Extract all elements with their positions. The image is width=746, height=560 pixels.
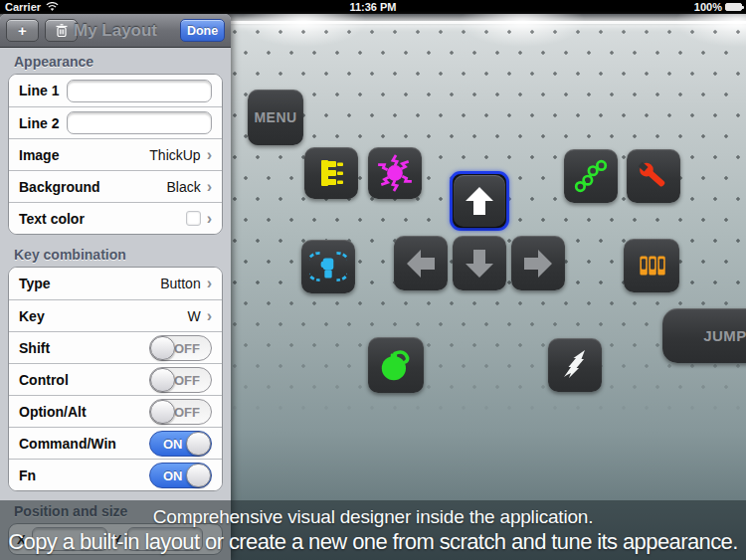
command-win-label: Command/Win bbox=[19, 436, 116, 452]
shift-toggle[interactable]: OFF bbox=[149, 335, 212, 361]
lightning-icon bbox=[557, 347, 593, 383]
toggle-knob bbox=[150, 368, 175, 392]
text-color-label: Text color bbox=[19, 211, 85, 227]
canvas-button-magazines[interactable] bbox=[624, 239, 679, 292]
fn-label: Fn bbox=[19, 467, 36, 483]
row-text-color[interactable]: Text color › bbox=[9, 202, 222, 234]
spike-ball-icon bbox=[376, 154, 414, 192]
row-option-alt: Option/Alt OFF bbox=[9, 395, 222, 427]
arrow-left-icon bbox=[404, 247, 438, 280]
chevron-right-icon: › bbox=[207, 147, 212, 163]
canvas-button-arrow-left[interactable] bbox=[394, 236, 448, 290]
arrow-up-button[interactable] bbox=[454, 175, 505, 227]
line1-label: Line 1 bbox=[19, 83, 59, 98]
row-key[interactable]: Key W › bbox=[9, 299, 222, 331]
triple-plug-icon bbox=[313, 155, 349, 191]
caption-line2: Copy a built-in layout or create a new o… bbox=[8, 529, 737, 555]
caption-line1: Comprehensive visual designer inside the… bbox=[153, 506, 594, 528]
key-value: W bbox=[187, 308, 200, 324]
chevron-right-icon: › bbox=[207, 276, 212, 291]
trash-icon bbox=[56, 24, 68, 37]
toggle-knob bbox=[186, 432, 211, 456]
status-bar: Carrier 11:36 PM 100% bbox=[0, 0, 746, 14]
canvas-button-lightning[interactable] bbox=[548, 338, 602, 392]
arrow-right-icon bbox=[521, 247, 555, 280]
line2-label: Line 2 bbox=[19, 115, 59, 131]
toggle-knob bbox=[150, 336, 175, 360]
toggle-state-label: OFF bbox=[174, 373, 200, 388]
battery-icon bbox=[725, 3, 742, 11]
grenade-icon bbox=[376, 345, 416, 385]
appearance-group: Line 1 Line 2 Image ThickUp › Background… bbox=[8, 74, 223, 235]
key-combination-group: Type Button › Key W › Shift OFF Control … bbox=[8, 267, 223, 491]
settings-panel: + My Layout Done Appearance Line 1 bbox=[0, 14, 231, 560]
background-label: Background bbox=[19, 179, 100, 195]
canvas-button-spike-ball[interactable] bbox=[368, 147, 422, 199]
row-type[interactable]: Type Button › bbox=[9, 268, 222, 299]
arrow-up-icon bbox=[463, 184, 496, 218]
delete-key-button[interactable] bbox=[45, 19, 78, 42]
canvas-button-chain[interactable] bbox=[564, 149, 618, 203]
row-fn: Fn ON bbox=[9, 459, 222, 490]
key-label: Key bbox=[19, 308, 45, 324]
wrench-icon bbox=[635, 157, 672, 195]
canvas-button-arrow-up-selected[interactable] bbox=[450, 171, 509, 231]
arrow-down-icon bbox=[463, 247, 496, 280]
battery-percent-label: 100% bbox=[694, 1, 722, 13]
toggle-state-label: ON bbox=[163, 468, 183, 483]
row-background[interactable]: Background Black › bbox=[9, 170, 222, 202]
section-key-combination: Key combination bbox=[14, 247, 217, 263]
chevron-right-icon: › bbox=[207, 179, 212, 195]
toggle-state-label: OFF bbox=[174, 405, 200, 420]
text-color-swatch bbox=[186, 211, 201, 226]
app-screen: Carrier 11:36 PM 100% MENU bbox=[0, 0, 746, 560]
toggle-state-label: ON bbox=[163, 437, 183, 452]
jump-button-label: JUMP bbox=[703, 327, 746, 344]
canvas-button-wrench[interactable] bbox=[627, 149, 680, 203]
chain-icon bbox=[572, 157, 610, 195]
toggle-knob bbox=[186, 464, 211, 487]
line1-input[interactable] bbox=[67, 80, 212, 102]
canvas-button-arrow-right[interactable] bbox=[511, 236, 565, 290]
canvas-button-triple-plug[interactable] bbox=[304, 147, 358, 199]
line2-input[interactable] bbox=[67, 111, 212, 134]
canvas-button-menu[interactable]: MENU bbox=[248, 90, 303, 145]
chevron-right-icon: › bbox=[207, 211, 212, 227]
row-image[interactable]: Image ThickUp › bbox=[9, 138, 222, 170]
canvas-button-grenade[interactable] bbox=[368, 337, 424, 393]
fn-toggle[interactable]: ON bbox=[149, 463, 212, 488]
row-line1: Line 1 bbox=[9, 75, 222, 106]
toggle-state-label: OFF bbox=[174, 341, 200, 356]
magazines-icon bbox=[633, 247, 670, 284]
row-command-win: Command/Win ON bbox=[9, 427, 222, 459]
canvas-button-fist-wreath[interactable] bbox=[301, 240, 355, 293]
image-label: Image bbox=[19, 147, 59, 163]
caption-overlay: Comprehensive visual designer inside the… bbox=[0, 500, 746, 560]
row-line2: Line 2 bbox=[9, 106, 222, 138]
plus-icon: + bbox=[18, 22, 27, 39]
row-control: Control OFF bbox=[9, 363, 222, 395]
toggle-knob bbox=[150, 400, 175, 424]
chevron-right-icon: › bbox=[207, 308, 212, 324]
fist-wreath-icon bbox=[309, 248, 347, 285]
section-appearance: Appearance bbox=[14, 54, 217, 70]
add-key-button[interactable]: + bbox=[6, 19, 39, 42]
control-toggle[interactable]: OFF bbox=[149, 367, 212, 393]
canvas-button-jump[interactable]: JUMP bbox=[662, 308, 746, 363]
row-shift: Shift OFF bbox=[9, 331, 222, 363]
option-alt-label: Option/Alt bbox=[19, 404, 87, 420]
done-button-label: Done bbox=[187, 24, 218, 38]
option-alt-toggle[interactable]: OFF bbox=[149, 399, 212, 425]
type-value: Button bbox=[160, 276, 200, 291]
canvas-button-arrow-down[interactable] bbox=[453, 236, 506, 290]
panel-toolbar: + My Layout Done bbox=[0, 14, 231, 48]
done-button[interactable]: Done bbox=[180, 19, 225, 42]
clock-label: 11:36 PM bbox=[0, 1, 746, 13]
command-win-toggle[interactable]: ON bbox=[149, 431, 212, 457]
image-value: ThickUp bbox=[149, 147, 200, 163]
type-label: Type bbox=[19, 276, 51, 291]
background-value: Black bbox=[166, 179, 200, 195]
control-label: Control bbox=[19, 372, 69, 388]
menu-button-label: MENU bbox=[254, 109, 296, 125]
shift-label: Shift bbox=[19, 340, 50, 356]
